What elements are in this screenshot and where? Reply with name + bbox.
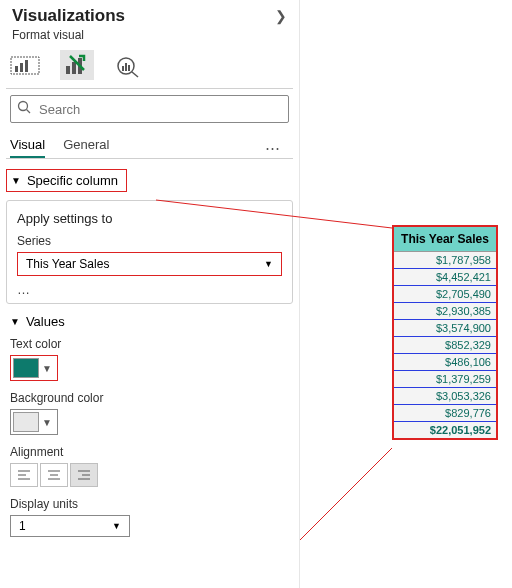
table-row: $852,329 xyxy=(394,337,496,354)
display-units-value: 1 xyxy=(19,519,26,533)
svg-rect-9 xyxy=(122,66,124,71)
table-row: $1,787,958 xyxy=(394,252,496,269)
table-header: This Year Sales xyxy=(394,227,496,252)
chevron-down-icon: ▼ xyxy=(264,259,273,269)
table-row: $2,705,490 xyxy=(394,286,496,303)
svg-rect-10 xyxy=(125,63,127,71)
align-left-button[interactable] xyxy=(10,463,38,487)
svg-rect-2 xyxy=(20,63,23,72)
result-table: This Year Sales $1,787,958$4,452,421$2,7… xyxy=(392,225,498,440)
visualizations-panel: Visualizations ❯ Format visual Visual Ge… xyxy=(0,0,300,588)
format-mode-icons xyxy=(0,48,299,86)
specific-column-label: Specific column xyxy=(27,173,118,188)
tab-visual[interactable]: Visual xyxy=(10,137,45,158)
series-label: Series xyxy=(17,234,282,248)
table-row: $4,452,421 xyxy=(394,269,496,286)
align-right-button[interactable] xyxy=(70,463,98,487)
bg-color-label: Background color xyxy=(10,391,289,405)
text-color-swatch xyxy=(13,358,39,378)
table-row: $2,930,385 xyxy=(394,303,496,320)
align-center-button[interactable] xyxy=(40,463,68,487)
values-label: Values xyxy=(26,314,65,329)
text-color-label: Text color xyxy=(10,337,289,351)
values-header[interactable]: ▼ Values xyxy=(10,314,289,329)
series-dropdown[interactable]: This Year Sales ▼ xyxy=(17,252,282,276)
chevron-down-icon: ▼ xyxy=(39,417,55,428)
panel-subtitle: Format visual xyxy=(0,26,299,48)
alignment-label: Alignment xyxy=(10,445,289,459)
series-value: This Year Sales xyxy=(26,257,109,271)
display-units-dropdown[interactable]: 1 ▼ xyxy=(10,515,130,537)
svg-line-8 xyxy=(132,72,138,77)
table-row: $1,379,259 xyxy=(394,371,496,388)
panel-header: Visualizations ❯ xyxy=(0,0,299,26)
format-visual-icon[interactable] xyxy=(60,50,94,80)
svg-point-12 xyxy=(19,102,28,111)
chevron-down-icon: ▼ xyxy=(39,363,55,374)
apply-settings-title: Apply settings to xyxy=(17,211,282,226)
table-row: $3,053,326 xyxy=(394,388,496,405)
card-overflow-icon[interactable]: … xyxy=(17,282,282,297)
bg-color-picker[interactable]: ▼ xyxy=(10,409,58,435)
svg-rect-5 xyxy=(72,62,76,74)
analytics-icon[interactable] xyxy=(114,52,144,78)
chevron-down-icon: ▼ xyxy=(112,521,121,531)
table-row: $829,776 xyxy=(394,405,496,422)
svg-line-13 xyxy=(27,110,31,114)
tab-overflow-icon[interactable]: ⋯ xyxy=(265,139,281,157)
display-units-label: Display units xyxy=(10,497,289,511)
chevron-down-icon: ▼ xyxy=(10,316,20,327)
search-icon xyxy=(17,100,31,118)
values-section: ▼ Values Text color ▼ Background color ▼… xyxy=(6,314,293,537)
table-row: $3,574,900 xyxy=(394,320,496,337)
apply-settings-card: Apply settings to Series This Year Sales… xyxy=(6,200,293,304)
svg-rect-4 xyxy=(66,66,70,74)
search-input[interactable] xyxy=(37,101,282,118)
format-tabs: Visual General ⋯ xyxy=(0,129,299,158)
svg-line-24 xyxy=(300,448,392,540)
svg-rect-1 xyxy=(15,66,18,72)
specific-column-toggle[interactable]: ▼ Specific column xyxy=(6,169,127,192)
table-row: $486,106 xyxy=(394,354,496,371)
text-color-picker[interactable]: ▼ xyxy=(10,355,58,381)
panel-title: Visualizations xyxy=(12,6,125,26)
build-visual-icon[interactable] xyxy=(10,52,40,78)
bg-color-swatch xyxy=(13,412,39,432)
table-total-row: $22,051,952 xyxy=(394,422,496,438)
tab-general[interactable]: General xyxy=(63,137,109,158)
expand-icon[interactable]: ❯ xyxy=(275,8,287,24)
search-box[interactable] xyxy=(10,95,289,123)
svg-rect-3 xyxy=(25,60,28,72)
chevron-down-icon: ▼ xyxy=(11,175,21,186)
alignment-group xyxy=(10,463,289,487)
svg-rect-11 xyxy=(128,65,130,71)
